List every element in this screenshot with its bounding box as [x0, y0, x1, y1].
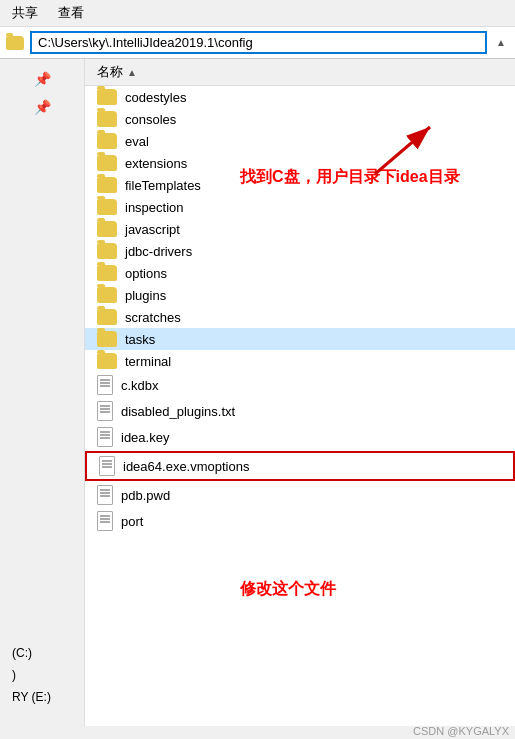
- list-item[interactable]: terminal: [85, 350, 515, 372]
- file-name: options: [125, 266, 167, 281]
- folder-icon: [97, 265, 117, 281]
- file-name: idea64.exe.vmoptions: [123, 459, 249, 474]
- address-bar-row: ▲: [0, 27, 515, 59]
- folder-icon: [97, 177, 117, 193]
- list-item[interactable]: pdb.pwd: [85, 482, 515, 508]
- sidebar-item-e[interactable]: RY (E:): [8, 688, 76, 706]
- sidebar-nav-items: (C:) ) RY (E:): [0, 636, 84, 718]
- file-name: javascript: [125, 222, 180, 237]
- sort-arrow-icon: ▲: [127, 67, 137, 78]
- list-item[interactable]: tasks: [85, 328, 515, 350]
- list-item[interactable]: fileTemplates: [85, 174, 515, 196]
- folder-icon: [97, 309, 117, 325]
- file-name: plugins: [125, 288, 166, 303]
- file-list: codestyles consoles eval extensions file…: [85, 86, 515, 534]
- file-name: port: [121, 514, 143, 529]
- list-item[interactable]: disabled_plugins.txt: [85, 398, 515, 424]
- folder-icon: [97, 199, 117, 215]
- file-icon: [97, 375, 113, 395]
- file-name: idea.key: [121, 430, 169, 445]
- folder-icon: [97, 331, 117, 347]
- list-item[interactable]: options: [85, 262, 515, 284]
- watermark: CSDN @KYGALYX: [407, 723, 515, 739]
- file-name: scratches: [125, 310, 181, 325]
- folder-icon: [97, 89, 117, 105]
- pin-icon-2[interactable]: 📌: [32, 97, 52, 117]
- file-name: eval: [125, 134, 149, 149]
- folder-icon: [97, 155, 117, 171]
- list-item[interactable]: inspection: [85, 196, 515, 218]
- toolbar-view[interactable]: 查看: [58, 4, 84, 22]
- column-name-label: 名称 ▲: [97, 63, 137, 81]
- list-item[interactable]: codestyles: [85, 86, 515, 108]
- file-icon: [97, 485, 113, 505]
- list-item[interactable]: plugins: [85, 284, 515, 306]
- main-content: 📌 📌 (C:) ) RY (E:) 名称 ▲ codestyles conso…: [0, 59, 515, 726]
- sidebar-item-c[interactable]: (C:): [8, 644, 76, 662]
- list-item[interactable]: jdbc-drivers: [85, 240, 515, 262]
- file-name: disabled_plugins.txt: [121, 404, 235, 419]
- file-name: jdbc-drivers: [125, 244, 192, 259]
- toolbar-share[interactable]: 共享: [12, 4, 38, 22]
- file-name: tasks: [125, 332, 155, 347]
- file-name: extensions: [125, 156, 187, 171]
- file-name: consoles: [125, 112, 176, 127]
- pin-icon-1[interactable]: 📌: [32, 69, 52, 89]
- toolbar: 共享 查看: [0, 0, 515, 27]
- column-header: 名称 ▲: [85, 59, 515, 86]
- file-icon: [99, 456, 115, 476]
- sidebar: 📌 📌 (C:) ) RY (E:): [0, 59, 85, 726]
- file-name: terminal: [125, 354, 171, 369]
- list-item[interactable]: eval: [85, 130, 515, 152]
- folder-icon: [97, 133, 117, 149]
- file-name: fileTemplates: [125, 178, 201, 193]
- file-icon: [97, 427, 113, 447]
- annotation-text-2: 修改这个文件: [240, 579, 336, 600]
- list-item[interactable]: extensions: [85, 152, 515, 174]
- file-name: codestyles: [125, 90, 186, 105]
- folder-nav-icon: [6, 36, 24, 50]
- file-icon: [97, 511, 113, 531]
- list-item[interactable]: idea.key: [85, 424, 515, 450]
- folder-icon: [97, 353, 117, 369]
- file-name: c.kdbx: [121, 378, 159, 393]
- list-item-highlighted[interactable]: idea64.exe.vmoptions: [85, 451, 515, 481]
- folder-icon: [97, 221, 117, 237]
- file-list-area[interactable]: 名称 ▲ codestyles consoles eval extensions: [85, 59, 515, 726]
- list-item[interactable]: c.kdbx: [85, 372, 515, 398]
- folder-icon: [97, 287, 117, 303]
- sidebar-item-paren[interactable]: ): [8, 666, 76, 684]
- file-name: inspection: [125, 200, 184, 215]
- list-item[interactable]: scratches: [85, 306, 515, 328]
- list-item[interactable]: javascript: [85, 218, 515, 240]
- file-icon: [97, 401, 113, 421]
- address-input[interactable]: [30, 31, 487, 54]
- folder-icon: [97, 243, 117, 259]
- list-item[interactable]: port: [85, 508, 515, 534]
- file-name: pdb.pwd: [121, 488, 170, 503]
- list-item[interactable]: consoles: [85, 108, 515, 130]
- folder-icon: [97, 111, 117, 127]
- chevron-up-icon[interactable]: ▲: [493, 35, 509, 51]
